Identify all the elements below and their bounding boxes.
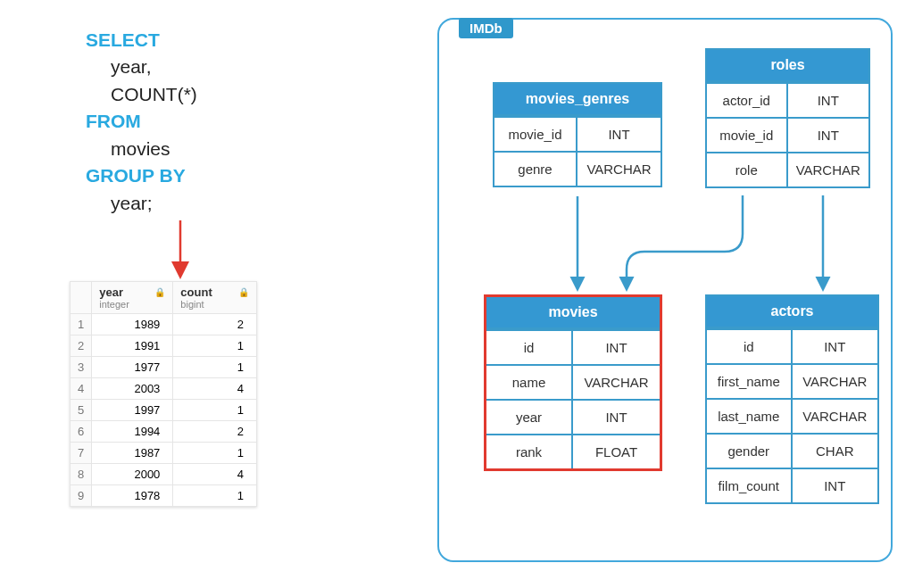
- col-type: INT: [573, 399, 660, 434]
- row-number: 2: [71, 335, 92, 357]
- sql-table: movies: [86, 136, 286, 162]
- entity-actors: actors id INT first_name VARCHAR last_na…: [705, 294, 879, 504]
- table-row: 619942: [71, 421, 257, 443]
- col-type: INT: [577, 116, 661, 151]
- entity-header: movies_genres: [494, 84, 661, 116]
- cell-count: 4: [173, 464, 257, 485]
- entity-row: movie_id INT: [707, 117, 868, 152]
- entity-movies-genres: movies_genres movie_id INT genre VARCHAR: [493, 82, 662, 187]
- col-type: VARCHAR: [788, 152, 869, 186]
- col-type: INT: [573, 329, 660, 364]
- entity-row: actor_id INT: [707, 82, 868, 117]
- sql-col-count: COUNT(*): [86, 81, 286, 108]
- col-type: VARCHAR: [577, 151, 661, 186]
- col-name: film_count: [707, 468, 793, 502]
- table-row: 519971: [71, 400, 257, 421]
- col-name: movie_id: [707, 117, 788, 152]
- entity-row: first_name VARCHAR: [707, 363, 877, 398]
- row-number: 5: [71, 400, 92, 421]
- col-header-year: year integer 🔒: [92, 282, 173, 314]
- entity-header: roles: [707, 50, 868, 82]
- entity-row: name VARCHAR: [486, 364, 660, 399]
- col-name: last_name: [707, 398, 793, 433]
- col-type: VARCHAR: [793, 398, 878, 433]
- entity-row: last_name VARCHAR: [707, 398, 877, 433]
- result-header-row: year integer 🔒 count bigint 🔒: [71, 282, 257, 314]
- schema-diagram: IMDb movies_genres movie_id INT genre VA…: [437, 18, 893, 562]
- entity-header: actors: [707, 296, 877, 328]
- col-type: VARCHAR: [573, 364, 660, 399]
- cell-year: 1994: [92, 421, 173, 443]
- cell-year: 1977: [92, 357, 173, 378]
- col-type: VARCHAR: [793, 363, 878, 398]
- cell-year: 1997: [92, 400, 173, 421]
- row-number: 9: [71, 485, 92, 507]
- kw-select: SELECT: [86, 29, 160, 50]
- entity-row: film_count INT: [707, 468, 877, 502]
- row-number: 4: [71, 378, 92, 400]
- schema-title: IMDb: [459, 18, 513, 38]
- result-table: year integer 🔒 count bigint 🔒: [70, 281, 257, 507]
- col-name: rank: [486, 434, 573, 468]
- cell-year: 1987: [92, 443, 173, 464]
- sql-group-col: year;: [86, 190, 286, 217]
- entity-movies: movies id INT name VARCHAR year INT rank…: [484, 294, 662, 471]
- table-row: 119892: [71, 314, 257, 335]
- table-row: 219911: [71, 335, 257, 357]
- table-row: 719871: [71, 443, 257, 464]
- entity-row: gender CHAR: [707, 433, 877, 468]
- cell-count: 2: [173, 421, 257, 443]
- cell-count: 1: [173, 357, 257, 378]
- row-number: 7: [71, 443, 92, 464]
- kw-from: FROM: [86, 111, 141, 131]
- col-name: gender: [707, 433, 793, 468]
- col-type: INT: [793, 328, 878, 363]
- col-type: INT: [788, 117, 869, 152]
- col-name-year: year: [99, 286, 129, 299]
- rownum-header: [71, 282, 92, 314]
- cell-year: 1991: [92, 335, 173, 357]
- col-name: id: [486, 329, 573, 364]
- left-column: SELECT year, COUNT(*) FROM movies GROUP …: [54, 27, 286, 507]
- cell-year: 2000: [92, 464, 173, 485]
- cell-count: 4: [173, 378, 257, 400]
- cell-count: 1: [173, 485, 257, 507]
- sql-query: SELECT year, COUNT(*) FROM movies GROUP …: [54, 27, 286, 217]
- col-type: CHAR: [793, 433, 878, 468]
- entity-row: role VARCHAR: [707, 152, 868, 186]
- col-name: movie_id: [494, 116, 577, 151]
- sql-col-year: year,: [86, 54, 286, 80]
- cell-year: 1989: [92, 314, 173, 335]
- row-number: 8: [71, 464, 92, 485]
- col-name: first_name: [707, 363, 793, 398]
- col-type: FLOAT: [573, 434, 660, 468]
- col-type-count: bigint: [180, 299, 212, 310]
- col-name: name: [486, 364, 573, 399]
- col-type: INT: [788, 82, 869, 117]
- entity-row: rank FLOAT: [486, 434, 660, 468]
- lock-icon: 🔒: [154, 287, 165, 297]
- col-name: year: [486, 399, 573, 434]
- entity-roles: roles actor_id INT movie_id INT role VAR…: [705, 48, 870, 188]
- row-number: 1: [71, 314, 92, 335]
- table-row: 319771: [71, 357, 257, 378]
- entity-row: id INT: [486, 329, 660, 364]
- col-name-count: count: [180, 286, 212, 299]
- kw-groupby: GROUP BY: [86, 165, 186, 186]
- entity-row: id INT: [707, 328, 877, 363]
- cell-count: 1: [173, 443, 257, 464]
- col-name: id: [707, 328, 793, 363]
- entity-row: movie_id INT: [494, 116, 661, 151]
- cell-count: 1: [173, 335, 257, 357]
- col-name: genre: [494, 151, 577, 186]
- flow-arrow-icon: [170, 217, 191, 281]
- col-type: INT: [793, 468, 878, 502]
- entity-row: genre VARCHAR: [494, 151, 661, 186]
- lock-icon: 🔒: [238, 287, 249, 297]
- col-type-year: integer: [99, 299, 129, 310]
- row-number: 6: [71, 421, 92, 443]
- table-row: 420034: [71, 378, 257, 400]
- cell-count: 2: [173, 314, 257, 335]
- entity-header: movies: [486, 297, 660, 329]
- entity-row: year INT: [486, 399, 660, 434]
